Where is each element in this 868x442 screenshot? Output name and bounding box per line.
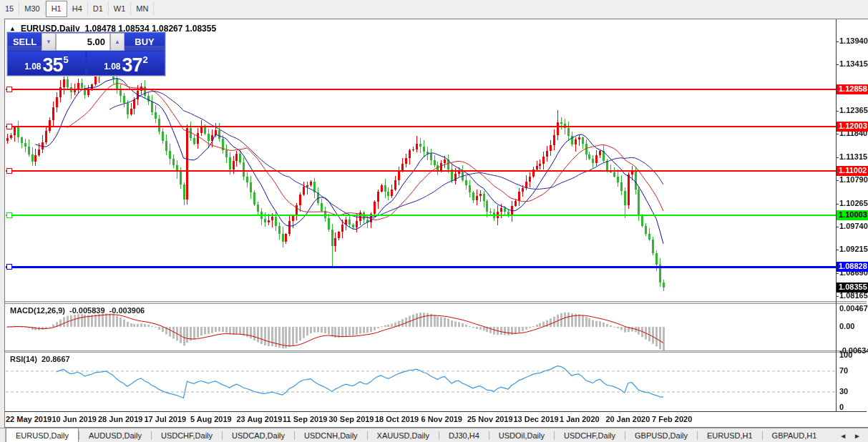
price-axis-tick-label: 1.12365 xyxy=(839,106,868,114)
pane-splitter[interactable] xyxy=(5,350,867,353)
timeframe-button-mn[interactable]: MN xyxy=(131,1,154,16)
tab-bar-gutter xyxy=(0,428,6,442)
chart-tab-usdoil-daily[interactable]: USDOil,Daily xyxy=(489,428,554,442)
tab-scroll-right[interactable]: ► xyxy=(854,432,861,440)
tab-scroll-left[interactable]: ◄ xyxy=(839,432,847,440)
price-level-badge: 1.12858 xyxy=(837,84,868,94)
chart-tab-eurusd-daily[interactable]: EURUSD,Daily xyxy=(6,428,79,442)
volume-input[interactable] xyxy=(57,34,109,50)
chart-tab-gbpaud-h1[interactable]: GBPAUD,H1 xyxy=(763,428,826,442)
price-axis-tick-mark xyxy=(836,64,839,65)
date-axis-label: 22 May 2019 xyxy=(6,415,52,423)
price-axis-tick-mark xyxy=(836,296,839,297)
level-line-handle[interactable] xyxy=(6,87,12,92)
level-line-handle[interactable] xyxy=(6,264,12,270)
price-axis-tick-mark xyxy=(836,273,839,274)
level-line-1.10003[interactable] xyxy=(6,215,836,216)
chart-tab-usdcad-daily[interactable]: USDCAD,Daily xyxy=(223,428,294,442)
date-axis-label: 13 Dec 2019 xyxy=(514,415,559,423)
price-axis-tick-label: 1.10790 xyxy=(839,175,868,184)
level-line-1.12858[interactable] xyxy=(6,89,836,90)
timeframe-button-h1[interactable]: H1 xyxy=(46,1,67,17)
current-bid-badge: 1.08355 xyxy=(837,283,868,293)
level-line-1.08828[interactable] xyxy=(6,266,836,268)
macd-label: MACD(12,26,9) -0.005839 -0.003906 xyxy=(10,306,145,315)
price-axis-tick-mark xyxy=(836,204,839,205)
price-axis-tick-mark xyxy=(836,250,839,250)
price-axis-tick-label: 1.09740 xyxy=(839,222,868,230)
price-level-badge: 1.12003 xyxy=(837,122,868,132)
rsi-value: 20.8667 xyxy=(42,355,70,363)
rsi-name: RSI(14) xyxy=(10,355,37,363)
date-axis-label: 10 Jun 2019 xyxy=(52,415,97,423)
trading-platform-window: 15M30H1H4D1W1MN ▲ EURUSD,Daily 1.08478 1… xyxy=(0,0,868,442)
date-axis-label: 17 Jul 2019 xyxy=(145,415,187,423)
price-axis-tick-mark xyxy=(836,157,839,158)
bid-price-pip-digit: 5 xyxy=(64,54,69,65)
date-axis-label: 7 Feb 2020 xyxy=(652,415,692,423)
price-level-badge: 1.10003 xyxy=(837,210,868,220)
sell-button[interactable]: SELL xyxy=(8,33,42,51)
date-axis-label: 1 Jan 2020 xyxy=(560,415,600,423)
level-line-handle[interactable] xyxy=(6,212,12,218)
date-axis-label: 30 Sep 2019 xyxy=(329,415,374,423)
price-axis-tick-mark xyxy=(836,180,839,181)
macd-axis-tick-label: 0.00 xyxy=(839,322,854,330)
price-axis-tick-label: 1.13940 xyxy=(839,36,868,45)
date-axis-label: 5 Aug 2019 xyxy=(190,415,232,423)
date-axis-label: 6 Nov 2019 xyxy=(421,415,462,423)
chart-tab-usdchf-daily[interactable]: USDCHF,Daily xyxy=(152,428,222,442)
chart-tab-audusd-daily[interactable]: AUDUSD,Daily xyxy=(79,428,151,442)
volume-field-wrap xyxy=(56,33,110,51)
price-axis-tick-label: 1.13415 xyxy=(839,59,868,68)
one-click-collapse-icon[interactable]: ▲ xyxy=(9,25,16,32)
price-axis-tick-mark xyxy=(836,134,839,134)
timeframe-button-h4[interactable]: H4 xyxy=(67,1,88,16)
rsi-indicator-canvas[interactable] xyxy=(6,353,836,411)
price-axis-tick-mark xyxy=(836,41,839,42)
chart-tab-dj30-h4[interactable]: DJ30,H4 xyxy=(439,428,489,442)
volume-decrease-button[interactable]: ▼ xyxy=(42,33,56,51)
buy-button[interactable]: BUY xyxy=(125,33,165,51)
pane-splitter[interactable] xyxy=(5,301,867,304)
bid-price-panel[interactable]: 1.08 35 5 xyxy=(8,51,85,75)
date-axis-label: 23 Aug 2019 xyxy=(237,415,283,423)
one-click-trading-panel: SELL ▼ ▲ BUY 1.08 35 5 1.08 37 2 xyxy=(7,32,165,76)
macd-name: MACD(12,26,9) xyxy=(10,306,65,315)
chart-tab-xauusd-daily[interactable]: XAUUSD,Daily xyxy=(368,428,439,442)
date-axis-label: 20 Jan 2020 xyxy=(606,415,650,423)
date-axis-label: 28 Jun 2019 xyxy=(98,415,142,423)
chart-tab-bar: EURUSD,DailyAUDUSD,DailyUSDCHF,DailyUSDC… xyxy=(0,428,868,442)
level-line-1.11002[interactable] xyxy=(6,170,836,172)
level-line-handle[interactable] xyxy=(6,124,12,129)
rsi-axis-tick-label: 70 xyxy=(839,366,848,375)
price-axis-tick-label: 1.11315 xyxy=(839,152,867,161)
level-line-1.12003[interactable] xyxy=(6,126,836,127)
ask-price-panel[interactable]: 1.08 37 2 xyxy=(87,51,165,75)
rsi-axis-tick-label: 30 xyxy=(839,387,848,396)
price-axis-tick-mark xyxy=(836,227,839,227)
macd-value-main: -0.005839 xyxy=(69,306,105,315)
chart-tab-usdchf-daily[interactable]: USDCHF,Daily xyxy=(555,428,625,442)
timeframe-button-15[interactable]: 15 xyxy=(0,1,19,16)
timeframe-button-w1[interactable]: W1 xyxy=(109,1,132,16)
ask-price-pip-digit: 2 xyxy=(143,54,148,65)
price-level-badge: 1.11002 xyxy=(837,166,868,176)
date-axis-label: 11 Sep 2019 xyxy=(283,415,327,423)
timeframe-toolbar: 15M30H1H4D1W1MN xyxy=(0,0,868,17)
date-axis-label: 18 Oct 2019 xyxy=(375,415,419,423)
bid-price-prefix: 1.08 xyxy=(24,62,41,72)
rsi-axis-tick-label: 100 xyxy=(839,350,852,359)
price-axis-tick-mark xyxy=(836,111,839,112)
level-line-handle[interactable] xyxy=(6,168,12,174)
price-level-badge: 1.08828 xyxy=(837,262,868,272)
rsi-label: RSI(14) 20.8667 xyxy=(10,355,70,363)
timeframe-button-m30[interactable]: M30 xyxy=(19,1,45,16)
chart-tab-eurusd-h1[interactable]: EURUSD,H1 xyxy=(698,428,762,442)
timeframe-button-d1[interactable]: D1 xyxy=(88,1,109,16)
rsi-axis-tick-label: 0 xyxy=(839,403,844,411)
chart-tab-usdcnh-daily[interactable]: USDCNH,Daily xyxy=(295,428,367,442)
chart-tab-gbpusd-daily[interactable]: GBPUSD,Daily xyxy=(625,428,697,442)
volume-increase-button[interactable]: ▲ xyxy=(110,33,125,51)
date-axis-label: 25 Nov 2019 xyxy=(467,415,513,423)
